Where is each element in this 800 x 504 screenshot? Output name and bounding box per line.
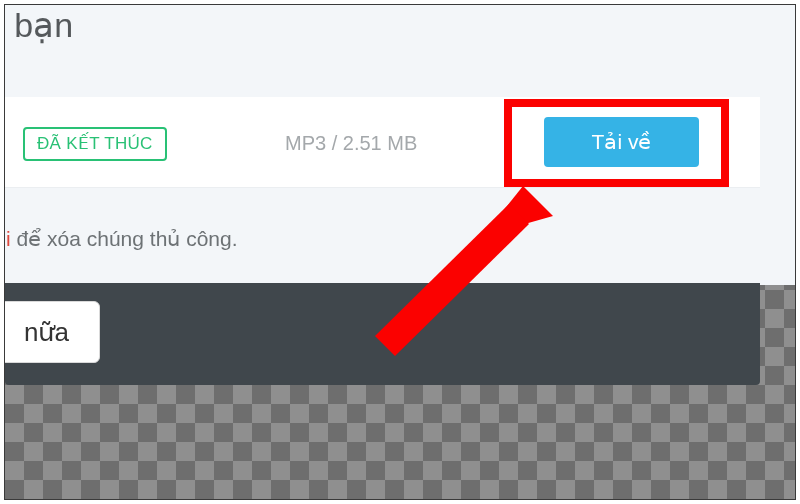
file-info-text: MP3 / 2.51 MB <box>285 132 417 155</box>
hint-rest: để xóa chúng thủ công. <box>11 227 238 250</box>
secondary-button[interactable]: nữa <box>4 301 100 363</box>
screenshot-frame: của bạn ĐÃ KẾT THÚC MP3 / 2.51 MB Tải về… <box>4 4 796 500</box>
hint-text: a tôi để xóa chúng thủ công. <box>4 227 238 251</box>
download-row: ĐÃ KẾT THÚC MP3 / 2.51 MB Tải về <box>5 97 760 187</box>
status-badge: ĐÃ KẾT THÚC <box>23 127 167 161</box>
footer-bar: nữa <box>5 283 760 385</box>
download-button[interactable]: Tải về <box>544 117 699 167</box>
hint-link[interactable]: a tôi <box>4 227 11 250</box>
page-title: của bạn <box>4 5 73 45</box>
